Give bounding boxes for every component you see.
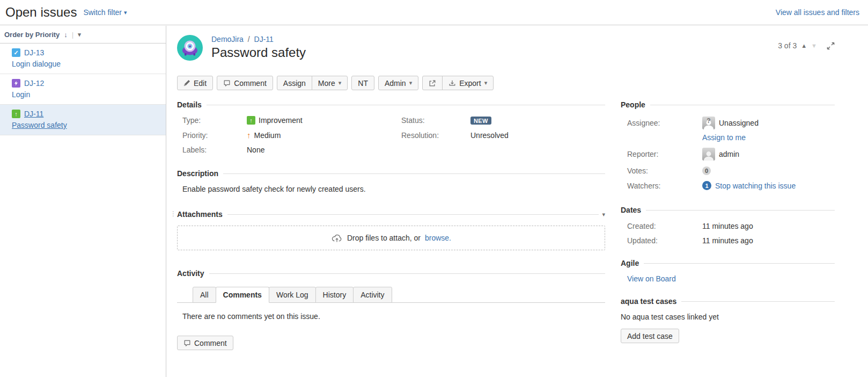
download-icon <box>448 79 456 87</box>
issue-key-link[interactable]: DJ-11 <box>24 110 43 118</box>
activity-section: Activity All Comments Work Log History A… <box>177 269 605 350</box>
comment-footer-button[interactable]: Comment <box>177 336 233 350</box>
admin-button[interactable]: Admin▾ <box>378 76 418 90</box>
side-column: People Assignee: ? Unassigned Assign to … <box>621 100 835 350</box>
breadcrumb: DemoJira / DJ-11 <box>211 35 835 44</box>
watchers-label: Watchers: <box>627 182 702 190</box>
page-title: Open issues <box>5 5 77 20</box>
comment-label: Comment <box>194 339 227 347</box>
assign-to-me-link[interactable]: Assign to me <box>702 133 746 142</box>
improvement-type-icon: ↑ <box>247 116 255 125</box>
share-button[interactable] <box>422 76 443 90</box>
unassigned-avatar: ? <box>702 117 715 129</box>
chevron-down-icon: ▾ <box>339 80 342 86</box>
divider <box>209 273 605 274</box>
order-options-chevron-icon[interactable]: ▾ <box>78 32 81 38</box>
sort-direction-icon[interactable]: ↓ <box>64 31 68 39</box>
people-heading: People <box>621 100 645 109</box>
issue-pager: 3 of 3 ▲ ▼ <box>778 41 835 50</box>
order-by-bar: Order by Priority ↓ | ▾ <box>0 26 166 44</box>
issue-summary-link[interactable]: Login dialogue <box>12 60 61 68</box>
next-issue-icon-disabled: ▼ <box>811 43 817 49</box>
divider: | <box>72 31 73 39</box>
dates-heading: Dates <box>621 206 641 214</box>
aqua-empty-text: No aqua test cases linked yet <box>621 306 835 321</box>
reporter-value: admin <box>702 148 835 161</box>
attachment-dropzone[interactable]: Drop files to attach, or browse. <box>177 226 605 250</box>
divider <box>227 214 599 215</box>
comment-button[interactable]: Comment <box>217 76 273 90</box>
created-value: 11 minutes ago <box>702 222 835 230</box>
type-text: Improvement <box>259 116 303 125</box>
drag-handle-icon[interactable]: ⋮ <box>170 211 176 217</box>
tab-work-log[interactable]: Work Log <box>269 287 316 303</box>
status-label: Status: <box>401 116 470 125</box>
assignee-text: Unassigned <box>719 119 759 127</box>
attachments-menu-chevron-icon[interactable]: ▾ <box>602 212 605 218</box>
priority-text: Medium <box>254 131 281 140</box>
export-label: Export <box>459 79 481 88</box>
description-text[interactable]: Enable password safety check for newly c… <box>177 178 605 193</box>
agile-section: Agile View on Board <box>621 259 835 283</box>
browse-link[interactable]: browse. <box>425 234 451 242</box>
comment-label: Comment <box>234 79 267 88</box>
labels-value: None <box>247 146 401 154</box>
priority-value: ↑ Medium <box>247 130 401 140</box>
issue-detail-panel: DemoJira / DJ-11 Password safety 3 of 3 … <box>167 26 868 377</box>
breadcrumb-issue-link[interactable]: DJ-11 <box>254 35 274 44</box>
reporter-label: Reporter: <box>627 150 702 158</box>
watchers-badge[interactable]: 1 <box>702 181 711 190</box>
breadcrumb-project-link[interactable]: DemoJira <box>211 35 244 44</box>
task-type-icon: ✓ <box>12 48 20 57</box>
issue-summary-link[interactable]: Password safety <box>12 121 67 129</box>
issue-key-link[interactable]: DJ-13 <box>24 48 44 57</box>
sidebar-issue-dj13[interactable]: ✓ DJ-13 Login dialogue <box>0 44 166 74</box>
previous-issue-icon[interactable]: ▲ <box>801 43 807 49</box>
reporter-text: admin <box>719 150 739 158</box>
share-icon <box>429 79 436 87</box>
tab-all[interactable]: All <box>193 287 216 303</box>
tab-activity[interactable]: Activity <box>353 287 392 303</box>
votes-badge[interactable]: 0 <box>702 166 711 175</box>
type-value: ↑ Improvement <box>247 116 401 125</box>
issue-key-link[interactable]: DJ-12 <box>24 79 44 88</box>
view-all-issues-link[interactable]: View all issues and filters <box>776 8 859 17</box>
switch-filter-link[interactable]: Switch filter▾ <box>83 8 127 17</box>
issue-header: DemoJira / DJ-11 Password safety 3 of 3 … <box>177 35 835 67</box>
attachments-section: ⋮ Attachments ▾ Drop files to attach, or… <box>177 210 605 250</box>
more-button[interactable]: More▾ <box>312 76 348 90</box>
status-badge: NEW <box>470 117 491 125</box>
main-column: Details Type: ↑ Improvement Status: NEW … <box>177 100 605 350</box>
created-label: Created: <box>627 222 702 230</box>
divider <box>223 173 605 174</box>
issue-list-sidebar: Order by Priority ↓ | ▾ ✓ DJ-13 Login di… <box>0 26 166 377</box>
export-button[interactable]: Export ▾ <box>442 76 494 90</box>
project-avatar <box>177 35 203 61</box>
assign-button[interactable]: Assign <box>277 76 312 90</box>
labels-label: Labels: <box>182 146 247 154</box>
jira-issue-page: Open issues Switch filter▾ View all issu… <box>0 0 868 377</box>
edit-button[interactable]: Edit <box>177 76 213 90</box>
votes-label: Votes: <box>627 166 702 175</box>
switch-filter-label: Switch filter <box>83 8 122 17</box>
tab-history[interactable]: History <box>315 287 354 303</box>
expand-icon[interactable] <box>827 42 835 50</box>
agile-heading: Agile <box>621 259 639 267</box>
story-type-icon <box>12 79 20 88</box>
assign-more-group: Assign More▾ <box>277 76 348 90</box>
sidebar-issue-dj12[interactable]: DJ-12 Login <box>0 74 166 105</box>
issue-summary-link[interactable]: Login <box>12 90 30 99</box>
order-by-label[interactable]: Order by Priority <box>4 31 60 39</box>
top-header: Open issues Switch filter▾ View all issu… <box>0 0 868 25</box>
add-test-case-button[interactable]: Add test case <box>621 329 679 343</box>
nt-button[interactable]: NT <box>351 76 374 90</box>
people-section: People Assignee: ? Unassigned Assign to … <box>621 100 835 190</box>
issue-title: Password safety <box>211 45 835 60</box>
stop-watching-link[interactable]: Stop watching this issue <box>715 182 796 190</box>
dates-section: Dates Created: 11 minutes ago Updated: 1… <box>621 206 835 245</box>
view-on-board-link[interactable]: View on Board <box>627 274 676 283</box>
type-label: Type: <box>182 116 247 125</box>
sidebar-issue-dj11-selected[interactable]: ↑ DJ-11 Password safety <box>0 105 166 135</box>
tab-comments[interactable]: Comments <box>216 287 269 303</box>
divider <box>644 263 835 264</box>
